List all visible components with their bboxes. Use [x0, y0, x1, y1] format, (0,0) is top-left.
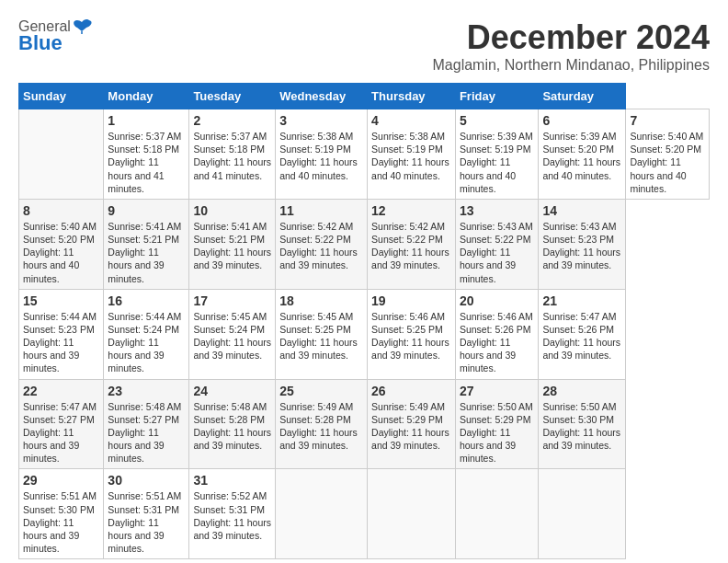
calendar-cell: 24Sunrise: 5:48 AM Sunset: 5:28 PM Dayli…: [189, 379, 276, 469]
month-title: December 2024: [433, 18, 711, 57]
calendar-cell: 30Sunrise: 5:51 AM Sunset: 5:31 PM Dayli…: [104, 469, 189, 559]
day-number: 6: [542, 113, 621, 128]
logo-bird-icon: [73, 18, 93, 35]
day-number: 30: [108, 473, 185, 488]
day-number: 13: [460, 203, 535, 218]
day-number: 10: [193, 203, 271, 218]
calendar-cell: 9Sunrise: 5:41 AM Sunset: 5:21 PM Daylig…: [104, 199, 189, 289]
calendar-cell: [19, 109, 104, 200]
calendar-cell: 22Sunrise: 5:47 AM Sunset: 5:27 PM Dayli…: [19, 379, 104, 469]
title-section: December 2024 Maglamin, Northern Mindana…: [433, 18, 711, 74]
day-info: Sunrise: 5:47 AM Sunset: 5:27 PM Dayligh…: [23, 400, 99, 465]
calendar-cell: 20Sunrise: 5:46 AM Sunset: 5:26 PM Dayli…: [455, 289, 539, 379]
day-info: Sunrise: 5:40 AM Sunset: 5:20 PM Dayligh…: [630, 130, 705, 195]
calendar-header-row: SundayMondayTuesdayWednesdayThursdayFrid…: [19, 84, 710, 109]
day-info: Sunrise: 5:49 AM Sunset: 5:29 PM Dayligh…: [371, 400, 451, 453]
day-number: 1: [108, 113, 185, 128]
day-number: 7: [630, 113, 705, 128]
calendar-cell: 13Sunrise: 5:43 AM Sunset: 5:22 PM Dayli…: [455, 199, 539, 289]
day-info: Sunrise: 5:43 AM Sunset: 5:23 PM Dayligh…: [542, 220, 621, 272]
day-number: 28: [542, 384, 621, 398]
calendar-cell: [539, 469, 626, 559]
day-info: Sunrise: 5:37 AM Sunset: 5:18 PM Dayligh…: [108, 130, 185, 195]
day-info: Sunrise: 5:39 AM Sunset: 5:20 PM Dayligh…: [542, 130, 621, 182]
day-number: 11: [279, 203, 363, 218]
day-info: Sunrise: 5:38 AM Sunset: 5:19 PM Dayligh…: [371, 130, 451, 182]
day-info: Sunrise: 5:37 AM Sunset: 5:18 PM Dayligh…: [193, 130, 271, 182]
day-number: 20: [460, 293, 535, 308]
calendar-cell: 31Sunrise: 5:52 AM Sunset: 5:31 PM Dayli…: [189, 469, 276, 559]
calendar-header-tuesday: Tuesday: [189, 84, 276, 109]
calendar-cell: 6Sunrise: 5:39 AM Sunset: 5:20 PM Daylig…: [539, 109, 626, 200]
calendar-cell: 7Sunrise: 5:40 AM Sunset: 5:20 PM Daylig…: [626, 109, 710, 200]
calendar-header-friday: Friday: [455, 84, 539, 109]
calendar-cell: 23Sunrise: 5:48 AM Sunset: 5:27 PM Dayli…: [104, 379, 189, 469]
calendar-header-monday: Monday: [104, 84, 189, 109]
day-info: Sunrise: 5:43 AM Sunset: 5:22 PM Dayligh…: [460, 220, 535, 285]
calendar-table: SundayMondayTuesdayWednesdayThursdayFrid…: [18, 83, 710, 559]
day-info: Sunrise: 5:44 AM Sunset: 5:24 PM Dayligh…: [108, 310, 185, 375]
day-info: Sunrise: 5:48 AM Sunset: 5:27 PM Dayligh…: [108, 400, 185, 465]
day-number: 22: [23, 384, 99, 398]
day-number: 25: [279, 384, 363, 398]
calendar-week-row: 1Sunrise: 5:37 AM Sunset: 5:18 PM Daylig…: [19, 109, 710, 200]
calendar-cell: 15Sunrise: 5:44 AM Sunset: 5:23 PM Dayli…: [19, 289, 104, 379]
day-info: Sunrise: 5:51 AM Sunset: 5:31 PM Dayligh…: [108, 489, 185, 555]
day-number: 21: [542, 293, 621, 308]
calendar-cell: 21Sunrise: 5:47 AM Sunset: 5:26 PM Dayli…: [539, 289, 626, 379]
day-number: 12: [371, 203, 451, 218]
day-info: Sunrise: 5:46 AM Sunset: 5:25 PM Dayligh…: [371, 310, 451, 362]
calendar-cell: 27Sunrise: 5:50 AM Sunset: 5:29 PM Dayli…: [455, 379, 539, 469]
day-info: Sunrise: 5:41 AM Sunset: 5:21 PM Dayligh…: [193, 220, 271, 272]
day-info: Sunrise: 5:50 AM Sunset: 5:30 PM Dayligh…: [542, 400, 621, 453]
calendar-cell: 17Sunrise: 5:45 AM Sunset: 5:24 PM Dayli…: [189, 289, 276, 379]
calendar-header-saturday: Saturday: [539, 84, 626, 109]
day-info: Sunrise: 5:50 AM Sunset: 5:29 PM Dayligh…: [460, 400, 535, 465]
day-number: 31: [193, 473, 271, 488]
day-info: Sunrise: 5:49 AM Sunset: 5:28 PM Dayligh…: [279, 400, 363, 453]
day-number: 23: [108, 384, 185, 398]
day-number: 27: [460, 384, 535, 398]
calendar-cell: 29Sunrise: 5:51 AM Sunset: 5:30 PM Dayli…: [19, 469, 104, 559]
day-number: 2: [193, 113, 271, 128]
calendar-cell: 4Sunrise: 5:38 AM Sunset: 5:19 PM Daylig…: [368, 109, 456, 200]
calendar-cell: 5Sunrise: 5:39 AM Sunset: 5:19 PM Daylig…: [455, 109, 539, 200]
calendar-cell: 10Sunrise: 5:41 AM Sunset: 5:21 PM Dayli…: [189, 199, 276, 289]
calendar-cell: 18Sunrise: 5:45 AM Sunset: 5:25 PM Dayli…: [276, 289, 368, 379]
day-number: 3: [279, 113, 363, 128]
day-info: Sunrise: 5:44 AM Sunset: 5:23 PM Dayligh…: [23, 310, 99, 375]
calendar-cell: 2Sunrise: 5:37 AM Sunset: 5:18 PM Daylig…: [189, 109, 276, 200]
day-number: 19: [371, 293, 451, 308]
day-info: Sunrise: 5:42 AM Sunset: 5:22 PM Dayligh…: [371, 220, 451, 272]
calendar-cell: [276, 469, 368, 559]
day-info: Sunrise: 5:52 AM Sunset: 5:31 PM Dayligh…: [193, 489, 271, 542]
day-number: 4: [371, 113, 451, 128]
day-info: Sunrise: 5:38 AM Sunset: 5:19 PM Dayligh…: [279, 130, 363, 182]
day-info: Sunrise: 5:40 AM Sunset: 5:20 PM Dayligh…: [23, 220, 99, 285]
day-info: Sunrise: 5:45 AM Sunset: 5:24 PM Dayligh…: [193, 310, 271, 362]
calendar-week-row: 8Sunrise: 5:40 AM Sunset: 5:20 PM Daylig…: [19, 199, 710, 289]
day-info: Sunrise: 5:47 AM Sunset: 5:26 PM Dayligh…: [542, 310, 621, 362]
day-number: 8: [23, 203, 99, 218]
calendar-week-row: 15Sunrise: 5:44 AM Sunset: 5:23 PM Dayli…: [19, 289, 710, 379]
calendar-header-wednesday: Wednesday: [276, 84, 368, 109]
day-info: Sunrise: 5:42 AM Sunset: 5:22 PM Dayligh…: [279, 220, 363, 272]
calendar-cell: 26Sunrise: 5:49 AM Sunset: 5:29 PM Dayli…: [368, 379, 456, 469]
day-number: 14: [542, 203, 621, 218]
day-number: 15: [23, 293, 99, 308]
calendar-cell: 8Sunrise: 5:40 AM Sunset: 5:20 PM Daylig…: [19, 199, 104, 289]
calendar-cell: 28Sunrise: 5:50 AM Sunset: 5:30 PM Dayli…: [539, 379, 626, 469]
day-number: 18: [279, 293, 363, 308]
day-info: Sunrise: 5:51 AM Sunset: 5:30 PM Dayligh…: [23, 489, 99, 555]
day-number: 5: [460, 113, 535, 128]
calendar-cell: 19Sunrise: 5:46 AM Sunset: 5:25 PM Dayli…: [368, 289, 456, 379]
location-title: Maglamin, Northern Mindanao, Philippines: [433, 57, 711, 74]
calendar-cell: 25Sunrise: 5:49 AM Sunset: 5:28 PM Dayli…: [276, 379, 368, 469]
day-number: 17: [193, 293, 271, 308]
header: General Blue December 2024 Maglamin, Nor…: [18, 18, 710, 74]
logo-blue-text: Blue: [18, 31, 63, 55]
day-info: Sunrise: 5:41 AM Sunset: 5:21 PM Dayligh…: [108, 220, 185, 285]
day-info: Sunrise: 5:46 AM Sunset: 5:26 PM Dayligh…: [460, 310, 535, 375]
calendar-week-row: 29Sunrise: 5:51 AM Sunset: 5:30 PM Dayli…: [19, 469, 710, 559]
day-number: 29: [23, 473, 99, 488]
